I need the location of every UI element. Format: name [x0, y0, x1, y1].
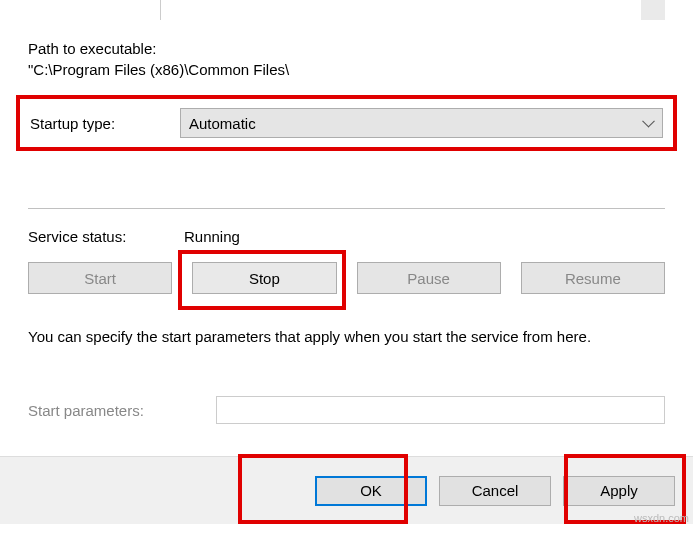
startup-type-label: Startup type:	[30, 115, 180, 132]
service-status-label: Service status:	[28, 228, 184, 245]
startup-type-highlight: Startup type: Automatic	[16, 95, 677, 151]
ok-button[interactable]: OK	[315, 476, 427, 506]
start-parameters-input	[216, 396, 665, 424]
stop-button[interactable]: Stop	[192, 262, 336, 294]
pause-button: Pause	[357, 262, 501, 294]
top-divider	[160, 0, 161, 20]
resume-button: Resume	[521, 262, 665, 294]
start-button: Start	[28, 262, 172, 294]
service-status-row: Service status: Running	[28, 228, 240, 245]
service-status-value: Running	[184, 228, 240, 245]
dialog-footer: OK Cancel Apply	[0, 456, 693, 524]
apply-button[interactable]: Apply	[563, 476, 675, 506]
path-label: Path to executable:	[28, 40, 665, 57]
startup-type-select[interactable]: Automatic	[180, 108, 663, 138]
cancel-button[interactable]: Cancel	[439, 476, 551, 506]
path-section: Path to executable: "C:\Program Files (x…	[28, 40, 665, 78]
watermark: wsxdn.com	[634, 512, 689, 524]
specify-text: You can specify the start parameters tha…	[28, 326, 665, 347]
service-buttons-row: Start Stop Pause Resume	[28, 262, 665, 294]
startup-type-select-wrap: Automatic	[180, 108, 663, 138]
top-corner-block	[641, 0, 665, 20]
service-properties-panel: Path to executable: "C:\Program Files (x…	[0, 0, 693, 456]
start-parameters-label: Start parameters:	[28, 402, 216, 419]
start-parameters-row: Start parameters:	[28, 396, 665, 424]
path-value: "C:\Program Files (x86)\Common Files\	[28, 61, 665, 78]
section-divider	[28, 208, 665, 209]
